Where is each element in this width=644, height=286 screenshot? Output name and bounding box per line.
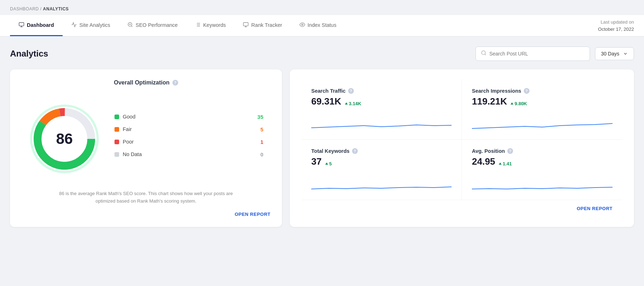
total-keywords-sparkline <box>311 173 452 191</box>
search-traffic-delta: 3.14K <box>345 101 361 106</box>
avg-position-sparkline <box>472 173 613 191</box>
chart-icon <box>71 22 77 29</box>
tab-seo-performance-label: SEO Performance <box>136 22 178 28</box>
arrow-up-icon-3 <box>325 163 328 165</box>
search-impressions-value: 119.21K <box>472 96 507 107</box>
total-keywords-help-icon[interactable]: ? <box>352 148 358 154</box>
monitor-icon <box>19 22 24 29</box>
tab-site-analytics[interactable]: Site Analytics <box>63 15 119 36</box>
legend-list: Good 35 Fair 5 Poor 1 N <box>114 114 263 164</box>
days-dropdown-label: 30 Days <box>601 51 619 57</box>
metrics-card-footer: OPEN REPORT <box>301 200 623 217</box>
legend-value-good: 35 <box>257 114 263 120</box>
legend-dot-poor <box>114 140 119 144</box>
arrow-up-icon-4 <box>499 163 502 165</box>
metric-total-keywords-label: Total Keywords ? <box>311 148 452 154</box>
optimization-score: 86 <box>56 130 73 147</box>
tab-index-status[interactable]: Index Status <box>291 15 345 36</box>
chevron-down-icon <box>623 51 628 56</box>
svg-point-9 <box>302 24 303 25</box>
search-url-input[interactable] <box>489 51 585 57</box>
metrics-card: Search Traffic ? 69.31K 3.14K Search <box>290 69 634 227</box>
tab-dashboard-label: Dashboard <box>27 22 54 28</box>
legend-label-nodata: No Data <box>123 151 257 157</box>
analytics-header: Analytics 30 Days <box>10 47 634 61</box>
avg-position-value-row: 24.95 1.41 <box>472 156 613 167</box>
cards-row: Overall Optimization ? <box>10 69 634 227</box>
metric-search-impressions: Search Impressions ? 119.21K 9.80K <box>462 79 623 140</box>
legend-nodata: No Data 0 <box>114 151 263 157</box>
legend-label-fair: Fair <box>123 126 257 132</box>
metric-total-keywords: Total Keywords ? 37 5 <box>301 140 462 200</box>
svg-point-10 <box>482 51 486 55</box>
optimization-footer-text: 86 is the average Rank Math's SEO score.… <box>53 190 239 205</box>
search-traffic-value-row: 69.31K 3.14K <box>311 96 452 107</box>
breadcrumb-separator: / <box>40 6 42 11</box>
legend-label-good: Good <box>123 114 254 120</box>
page-title: Analytics <box>10 49 48 59</box>
metric-avg-position-label: Avg. Position ? <box>472 148 613 154</box>
arrow-up-icon <box>345 102 348 105</box>
last-updated: Last updated on October 17, 2022 <box>598 15 634 36</box>
tab-seo-performance[interactable]: SEO Performance <box>119 15 186 36</box>
optimization-card: Overall Optimization ? <box>10 69 282 227</box>
legend-fair: Fair 5 <box>114 126 263 132</box>
open-report-link-left[interactable]: OPEN REPORT <box>21 212 270 217</box>
search-impressions-sparkline <box>472 113 613 131</box>
last-updated-date: October 17, 2022 <box>598 26 634 33</box>
optimization-title: Overall Optimization ? <box>21 79 270 86</box>
eye-icon <box>299 22 305 29</box>
last-updated-label: Last updated on <box>601 19 634 25</box>
total-keywords-value-row: 37 5 <box>311 156 452 167</box>
search-impressions-help-icon[interactable]: ? <box>524 88 530 94</box>
open-report-link-right[interactable]: OPEN REPORT <box>577 206 613 211</box>
tab-site-analytics-label: Site Analytics <box>79 22 110 28</box>
breadcrumb-current: ANALYTICS <box>43 6 69 11</box>
main-content: Analytics 30 Days Overall Optimization ? <box>0 37 644 237</box>
avg-position-delta: 1.41 <box>499 161 512 166</box>
metric-avg-position: Avg. Position ? 24.95 1.41 <box>462 140 623 200</box>
donut-chart: 86 <box>29 103 100 175</box>
tab-keywords-label: Keywords <box>203 22 226 28</box>
optimization-body: 86 Good 35 Fair 5 <box>21 96 270 181</box>
svg-rect-8 <box>244 23 248 26</box>
metric-search-impressions-label: Search Impressions ? <box>472 88 613 94</box>
seo-icon <box>127 22 133 29</box>
legend-dot-fair <box>114 127 119 132</box>
search-icon <box>481 50 487 57</box>
search-impressions-delta: 9.80K <box>511 101 527 106</box>
svg-rect-0 <box>19 23 24 26</box>
tabs-left: Dashboard Site Analytics SEO Performance… <box>10 15 345 36</box>
tab-keywords[interactable]: Keywords <box>186 15 235 36</box>
metric-search-traffic: Search Traffic ? 69.31K 3.14K <box>301 79 462 140</box>
search-url-wrapper <box>475 47 590 61</box>
total-keywords-value: 37 <box>311 156 322 167</box>
metric-search-traffic-label: Search Traffic ? <box>311 88 452 94</box>
search-traffic-value: 69.31K <box>311 96 341 107</box>
breadcrumb: DASHBOARD / ANALYTICS <box>0 0 644 15</box>
legend-poor: Poor 1 <box>114 139 263 145</box>
tabs-bar: Dashboard Site Analytics SEO Performance… <box>0 15 644 37</box>
tab-index-status-label: Index Status <box>308 22 337 28</box>
tab-dashboard[interactable]: Dashboard <box>10 15 63 36</box>
legend-label-poor: Poor <box>123 139 257 145</box>
tab-rank-tracker-label: Rank Tracker <box>251 22 282 28</box>
list-icon <box>195 22 201 29</box>
search-impressions-value-row: 119.21K 9.80K <box>472 96 613 107</box>
optimization-help-icon[interactable]: ? <box>172 80 178 86</box>
avg-position-help-icon[interactable]: ? <box>507 148 513 154</box>
tab-rank-tracker[interactable]: Rank Tracker <box>234 15 291 36</box>
legend-value-poor: 1 <box>260 139 263 145</box>
breadcrumb-home[interactable]: DASHBOARD <box>10 6 39 11</box>
search-traffic-help-icon[interactable]: ? <box>348 88 354 94</box>
arrow-up-icon-2 <box>511 102 513 105</box>
legend-value-fair: 5 <box>260 126 263 132</box>
days-dropdown[interactable]: 30 Days <box>595 47 634 60</box>
search-traffic-sparkline <box>311 113 452 131</box>
legend-dot-good <box>114 115 119 119</box>
avg-position-value: 24.95 <box>472 156 495 167</box>
monitor2-icon <box>243 22 249 29</box>
analytics-controls: 30 Days <box>475 47 634 61</box>
legend-good: Good 35 <box>114 114 263 120</box>
legend-dot-nodata <box>114 152 119 157</box>
